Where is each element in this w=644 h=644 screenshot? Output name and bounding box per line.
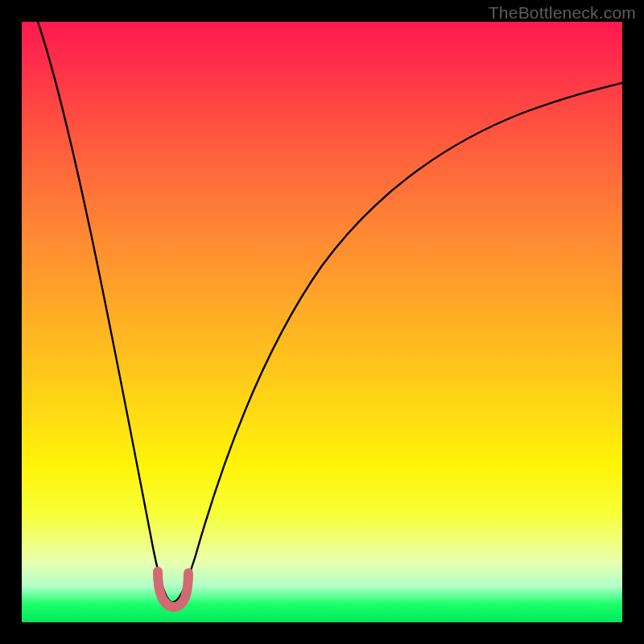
chart-background: [22, 22, 622, 622]
watermark-text: TheBottleneck.com: [489, 3, 636, 23]
